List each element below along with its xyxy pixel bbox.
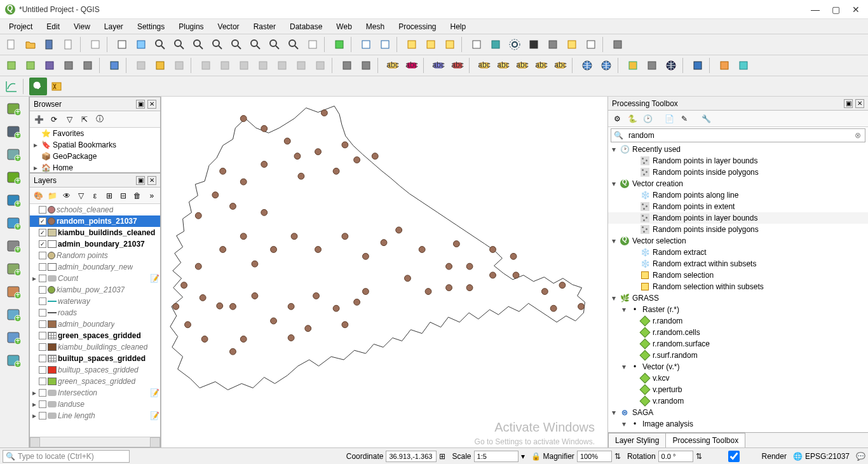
virtual-layer-icon[interactable]: + — [3, 215, 25, 233]
pencil-faded-icon[interactable] — [132, 57, 150, 74]
wfs-icon[interactable]: + — [3, 352, 25, 370]
add-point-icon[interactable]: + — [3, 192, 25, 210]
layer-admin_boundary[interactable]: admin_boundary — [30, 318, 160, 330]
menu-project[interactable]: Project — [3, 20, 39, 33]
zoom-in-icon[interactable] — [151, 36, 169, 53]
toolbox-group-vector-selection[interactable]: ▾Vector selection — [608, 235, 868, 247]
toolbox-script-icon[interactable]: 🐍 — [626, 113, 639, 125]
menu-settings[interactable]: Settings — [131, 20, 171, 33]
zoom-native-icon[interactable] — [189, 36, 207, 53]
zoom-last-icon[interactable] — [266, 36, 283, 53]
add-group-icon[interactable]: 📁 — [46, 189, 58, 202]
maximize-button[interactable]: ▢ — [831, 5, 840, 14]
layer-schools_cleaned[interactable]: schools_cleaned — [30, 204, 160, 215]
toolbox-group-saga[interactable]: ▾⊜SAGA — [608, 407, 868, 418]
bookmarks-icon[interactable] — [609, 36, 627, 53]
locator-input[interactable]: 🔍 Type to locate (Ctrl+K) — [3, 450, 130, 463]
toolbox-alg-random-selection-within-subsets[interactable]: Random selection within subsets — [608, 281, 868, 292]
minimize-button[interactable]: — — [811, 5, 820, 14]
edits-icon[interactable] — [105, 57, 123, 74]
deselect-icon[interactable] — [441, 36, 459, 53]
toolbox-alg-random-points-inside-polygons[interactable]: Random points inside polygons — [608, 167, 868, 178]
globe2-icon[interactable] — [597, 57, 615, 74]
help-icon[interactable] — [689, 57, 707, 74]
remove-layer-icon[interactable]: 🗑 — [132, 189, 143, 202]
layer-style-icon[interactable]: 🎨 — [32, 189, 44, 202]
mesh-layer-icon[interactable]: + — [3, 146, 25, 164]
filter-layers-icon[interactable]: ▽ — [75, 189, 86, 202]
new-map-view-icon[interactable] — [304, 36, 322, 53]
new-shapefile-icon[interactable] — [41, 57, 58, 74]
annotations-icon[interactable] — [582, 36, 600, 53]
new-geopkg-icon[interactable] — [22, 57, 39, 74]
toolbox-alg-random-points-along-line[interactable]: ❄️Random points along line — [608, 189, 868, 201]
layer-Line length[interactable]: ▸Line length📝 — [30, 410, 160, 421]
visibility-icon[interactable]: 👁 — [61, 189, 72, 202]
copy-feature-icon[interactable] — [292, 57, 310, 74]
select-icon[interactable] — [403, 36, 421, 53]
menu-help[interactable]: Help — [444, 20, 473, 33]
select-poly-icon[interactable] — [422, 36, 440, 53]
layers-horizontal-scrollbar[interactable] — [30, 437, 160, 447]
identify-drop-icon[interactable] — [376, 36, 394, 53]
layer-green_spaces_gridded[interactable]: green_spaces_gridded — [30, 330, 160, 341]
menu-edit[interactable]: Edit — [40, 20, 66, 33]
layer-Count[interactable]: ▸Count📝 — [30, 273, 160, 284]
scale-input[interactable] — [474, 451, 519, 462]
zoom-out-icon[interactable] — [170, 36, 188, 53]
km-tool-icon[interactable] — [48, 78, 66, 95]
label6-icon[interactable]: abc — [494, 57, 512, 74]
toggle-edit-icon[interactable] — [151, 57, 169, 74]
measure-icon[interactable] — [544, 36, 562, 53]
paste-feature-icon[interactable] — [311, 57, 329, 74]
layers-undock-button[interactable]: ▣ — [136, 176, 145, 185]
layer-random_points_21037[interactable]: ✓random_points_21037 — [30, 215, 160, 227]
layer-Random points[interactable]: Random points — [30, 250, 160, 261]
rotation-spinner-icon[interactable]: ⇅ — [696, 452, 702, 461]
layer-admin_boundary_21037[interactable]: ✓admin_boundary_21037 — [30, 238, 160, 250]
toolbox-alg-v.kcv[interactable]: v.kcv — [608, 372, 868, 384]
new-spatialite-icon[interactable] — [60, 57, 78, 74]
expand-all-icon[interactable]: ⊞ — [104, 189, 115, 202]
label9-icon[interactable]: abc — [552, 57, 569, 74]
coordinate-toggle-icon[interactable]: ⊞ — [439, 452, 445, 461]
coordinate-input[interactable] — [386, 451, 437, 462]
globe1-icon[interactable] — [578, 57, 596, 74]
expression-filter-icon[interactable]: ε — [89, 189, 100, 202]
oracle-icon[interactable]: + — [3, 283, 25, 301]
toolbox-subgroup-image-analysis[interactable]: ▾•Image analysis — [608, 418, 868, 430]
toolbox-alg-r.random.cells[interactable]: r.random.cells — [608, 327, 868, 338]
toolbox-alg-random-points-in-layer-bounds[interactable]: Random points in layer bounds — [608, 212, 868, 224]
rotation-input[interactable] — [658, 451, 693, 462]
toolbox-results-icon[interactable]: 📄 — [663, 113, 675, 125]
wcs-icon[interactable]: + — [3, 329, 25, 347]
toolbox-alg-r.random.surface[interactable]: r.random.surface — [608, 338, 868, 350]
render-checkbox[interactable] — [709, 451, 759, 462]
toolbox-icon[interactable] — [506, 36, 524, 53]
layer-builtup_spaces_gridded[interactable]: builtup_spaces_gridded — [30, 353, 160, 364]
label3-icon[interactable]: abc — [430, 57, 447, 74]
label8-icon[interactable]: abc — [532, 57, 550, 74]
wms-icon[interactable]: + — [3, 306, 25, 324]
layer-green_spaces_gridded[interactable]: green_spaces_gridded — [30, 376, 160, 387]
magnifier-input[interactable] — [577, 451, 612, 462]
add-layer-icon[interactable]: ➕ — [32, 113, 45, 126]
undo-icon[interactable] — [338, 57, 356, 74]
browser-undock-button[interactable]: ▣ — [136, 100, 145, 109]
crs-icon[interactable]: 🌐 — [793, 452, 803, 461]
magnifier-spinner-icon[interactable]: ⇅ — [614, 452, 621, 461]
toolbox-alg-random-selection[interactable]: Random selection — [608, 270, 868, 281]
label1-icon[interactable]: abc — [384, 57, 402, 74]
move-feature-icon[interactable] — [235, 57, 253, 74]
menu-raster[interactable]: Raster — [247, 20, 282, 33]
toolbox-subgroup-raster-r-[interactable]: ▾•Raster (r.*) — [608, 304, 868, 315]
layers-close-button[interactable]: ✕ — [147, 176, 156, 185]
lock-scale-icon[interactable]: 🔒 — [531, 452, 541, 461]
new-project-icon[interactable] — [3, 36, 20, 53]
label5-icon[interactable]: abc — [475, 57, 493, 74]
chart-icon[interactable] — [3, 78, 20, 95]
delete-feature-icon[interactable] — [254, 57, 272, 74]
toolbox-group-recently-used[interactable]: ▾🕑Recently used — [608, 144, 868, 155]
layer-Intersection[interactable]: ▸Intersection📝 — [30, 387, 160, 399]
zoom-full-icon[interactable] — [208, 36, 226, 53]
